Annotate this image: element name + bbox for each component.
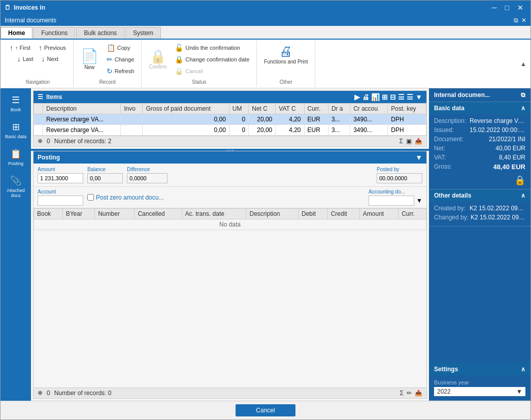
col-um-header: UM — [229, 104, 248, 114]
previous-button[interactable]: ↑ Previous — [36, 43, 69, 53]
items-section: ☰ Items ▶ 🖨 📊 ⊞ ⊟ ☰ ☰ ▼ — [33, 90, 427, 147]
sidebar-item-posting[interactable]: 📋 Posting — [1, 144, 31, 170]
row2-netc: 20,00 — [249, 125, 276, 136]
row1-check — [34, 114, 43, 125]
print-icon: 🖨 — [279, 45, 292, 58]
row1-um: 0 — [229, 114, 248, 125]
account-input[interactable] — [38, 196, 83, 206]
cancel-status-button[interactable]: 🔒 Cancel — [172, 66, 252, 76]
navigation-label: Navigation — [26, 77, 50, 85]
items-count: 0 — [47, 138, 50, 145]
change-icon: ✏ — [107, 55, 113, 63]
account-label: Account — [38, 189, 83, 195]
chart-icon[interactable]: 📊 — [371, 93, 380, 101]
balance-input[interactable] — [87, 173, 123, 183]
refresh-button[interactable]: ↻ Refresh — [104, 66, 138, 76]
confirm-button[interactable]: 🔒 Confirm — [146, 48, 170, 72]
toolbar-navigation-group: ↑ ↑ First ↑ Previous ↓ Last ↓ Next Navig — [3, 41, 74, 87]
center-content: ☰ Items ▶ 🖨 📊 ⊞ ⊟ ☰ ☰ ▼ — [31, 88, 429, 401]
main-window: 🗒 Invoices in ─ □ ✕ Internal documents ⧉… — [0, 0, 531, 420]
sub-restore-icon[interactable]: ⧉ — [514, 17, 518, 24]
panel-changed-by-label: Changed by: — [434, 214, 469, 221]
row2-um: 0 — [229, 125, 248, 136]
columns-icon[interactable]: ⊟ — [390, 93, 396, 101]
posting-icon: 📋 — [10, 148, 21, 159]
play-icon[interactable]: ▶ — [354, 93, 360, 101]
last-button[interactable]: ↓ Last — [14, 54, 37, 64]
right-panel-expand-icon[interactable]: ⧉ — [521, 91, 525, 99]
filter-icon[interactable]: ☰ — [398, 93, 405, 101]
accounting-do-label: Accounting do... — [369, 189, 422, 195]
toolbar-status-group: 🔒 Confirm 🔓 Undo the confirmation 🔒 Chan… — [142, 41, 257, 87]
business-year-dropdown-icon: ▼ — [516, 388, 522, 395]
posting-footer: ❄ 0 Number of records: 0 Σ ✏ 📤 — [34, 387, 426, 398]
sidebar-item-attached-docs[interactable]: 📎 Attached docs — [1, 171, 31, 202]
collapse-items-icon[interactable]: ▼ — [415, 93, 422, 101]
posting-export-icon[interactable]: 📤 — [415, 390, 422, 397]
panel-document-label: Document: — [434, 136, 463, 143]
panel-basic-data-header[interactable]: Basic data ∧ — [429, 102, 530, 114]
table-row[interactable]: Reverse charge VA... 0,00 0 20,00 4,20 E… — [34, 114, 426, 125]
items-footer-icons: Σ ▣ 📤 — [400, 138, 422, 145]
post-zero-checkbox-label[interactable]: Post zero amount docu... — [87, 194, 163, 201]
items-header-left: ☰ Items — [38, 93, 62, 101]
tab-functions[interactable]: Functions — [34, 27, 75, 39]
tab-bulk-actions[interactable]: Bulk actions — [76, 27, 124, 39]
row2-invo — [121, 125, 143, 136]
change-button[interactable]: ✏ Change — [104, 54, 138, 64]
grid-footer-icon[interactable]: ▣ — [406, 138, 412, 145]
sub-close-icon[interactable]: ✕ — [521, 17, 526, 24]
panel-settings-header[interactable]: Settings ∧ — [429, 363, 530, 375]
tab-home[interactable]: Home — [1, 27, 32, 39]
toolbar-collapse[interactable]: ▲ — [520, 41, 528, 87]
difference-input[interactable] — [127, 173, 168, 183]
business-year-select[interactable]: 2022 ▼ — [434, 387, 525, 396]
minimize-button[interactable]: ─ — [489, 3, 500, 13]
amount-input[interactable] — [38, 173, 83, 183]
tab-system[interactable]: System — [125, 27, 161, 39]
change-date-label: Change confirmation date — [185, 56, 249, 62]
change-confirmation-date-button[interactable]: 🔒 Change confirmation date — [172, 54, 252, 64]
sidebar-item-book[interactable]: ☰ Book — [1, 90, 31, 116]
sub-title: Internal documents — [5, 17, 56, 24]
first-button[interactable]: ↑ ↑ First — [7, 43, 34, 53]
posting-section: Posting ▼ Amount Balance — [33, 151, 427, 399]
grid-icon[interactable]: ⊞ — [382, 93, 388, 101]
panel-net-label: Net: — [434, 145, 445, 152]
panel-basic-data: Basic data ∧ Description: Reverse charge… — [429, 102, 530, 189]
col-book-header: Book — [34, 209, 63, 219]
undo-confirmation-button[interactable]: 🔓 Undo the confirmation — [172, 43, 252, 53]
collapse-posting-icon[interactable]: ▼ — [415, 153, 422, 161]
business-year-label: Business year — [434, 379, 525, 385]
col-number-header: Number — [95, 209, 135, 219]
export-icon[interactable]: 📤 — [415, 138, 422, 145]
account-field-group: Account — [38, 189, 83, 206]
new-button[interactable]: 📄 New — [78, 47, 102, 72]
maximize-button[interactable]: □ — [502, 3, 512, 13]
menu-icon[interactable]: ☰ — [407, 93, 413, 101]
col-debit-header: Debit — [298, 209, 328, 219]
cancel-button[interactable]: Cancel — [236, 404, 295, 416]
accounting-do-dropdown-icon[interactable]: ▼ — [416, 197, 422, 204]
copy-button[interactable]: 📋 Copy — [104, 43, 138, 53]
sum-icon[interactable]: Σ — [400, 138, 403, 145]
panel-other-details-header[interactable]: Other details ∧ — [429, 189, 530, 202]
posting-edit-icon[interactable]: ✏ — [407, 390, 412, 397]
next-button[interactable]: ↓ Next — [38, 54, 61, 64]
post-zero-checkbox[interactable] — [87, 194, 94, 201]
window-controls: ─ □ ✕ — [489, 3, 526, 13]
accounting-do-input[interactable] — [369, 196, 414, 206]
posting-sum-icon[interactable]: Σ — [400, 390, 404, 397]
sidebar-attached-docs-label: Attached docs — [3, 188, 29, 198]
panel-basic-data-content: Description: Reverse charge VAT ... Issu… — [429, 114, 530, 189]
other-label: Other — [280, 77, 292, 85]
functions-print-button[interactable]: 🖨 Functions and Print — [261, 43, 311, 67]
table-row[interactable]: Reverse charge VA... 0,00 0 20,00 4,20 E… — [34, 125, 426, 136]
business-year-value: 2022 — [437, 388, 451, 395]
col-cancelled-header: Cancelled — [135, 209, 182, 219]
print-section-icon[interactable]: 🖨 — [362, 93, 369, 101]
sidebar-item-basic-data[interactable]: ⊞ Basic data — [1, 117, 31, 143]
close-button[interactable]: ✕ — [514, 3, 526, 13]
posted-by-input[interactable] — [377, 173, 422, 183]
book-icon: ☰ — [12, 94, 20, 106]
